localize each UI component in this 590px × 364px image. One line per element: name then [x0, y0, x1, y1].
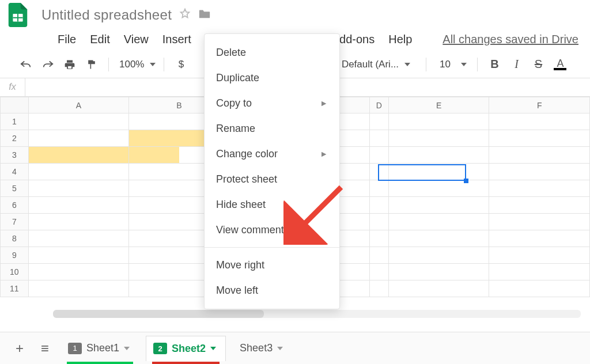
cell-e4[interactable]	[388, 164, 489, 180]
tab-color-bar	[67, 362, 133, 365]
ctx-rename[interactable]: Rename	[205, 116, 339, 141]
sheet-tab-bar: + ≡ 1 Sheet1 2 Sheet2 Sheet3	[0, 332, 590, 364]
undo-button[interactable]	[17, 55, 35, 74]
ctx-move-left[interactable]: Move left	[205, 278, 339, 303]
folder-icon[interactable]	[198, 8, 211, 22]
row-header[interactable]: 10	[1, 264, 29, 280]
ctx-copy-to[interactable]: Copy to►	[205, 90, 339, 116]
separator	[426, 58, 426, 71]
chevron-down-icon[interactable]	[210, 347, 216, 350]
sheet-tab-label: Sheet1	[86, 342, 119, 354]
row-header[interactable]: 11	[1, 280, 29, 297]
zoom-value: 100%	[117, 59, 146, 70]
text-color-button[interactable]: A	[551, 55, 569, 74]
row-header[interactable]: 6	[1, 197, 29, 214]
ctx-duplicate[interactable]: Duplicate	[205, 65, 339, 90]
menu-view[interactable]: View	[124, 33, 149, 46]
menu-separator	[205, 247, 339, 248]
font-name: Default (Ari...	[339, 59, 401, 70]
zoom-select[interactable]: 100%	[117, 55, 156, 74]
row-header[interactable]: 3	[1, 147, 29, 164]
add-sheet-button[interactable]: +	[7, 336, 32, 361]
ctx-hide[interactable]: Hide sheet	[205, 192, 339, 217]
menu-edit[interactable]: Edit	[90, 33, 109, 46]
comment-badge-icon: 1	[68, 343, 82, 354]
chevron-right-icon: ►	[320, 149, 328, 158]
tab-color-bar	[152, 362, 220, 365]
col-header[interactable]: E	[388, 97, 489, 113]
bold-button[interactable]: B	[486, 55, 503, 74]
sheets-logo-icon	[5, 2, 31, 28]
chevron-down-icon[interactable]	[277, 347, 283, 350]
sheet-tab-sheet3[interactable]: Sheet3	[233, 336, 292, 361]
chevron-down-icon[interactable]	[124, 347, 130, 350]
all-sheets-button[interactable]: ≡	[32, 336, 58, 361]
row-header[interactable]: 1	[1, 113, 29, 130]
separator	[477, 58, 478, 71]
menu-help[interactable]: Help	[388, 33, 412, 46]
row-header[interactable]: 4	[1, 164, 29, 180]
save-status[interactable]: All changes saved in Drive	[442, 33, 578, 46]
separator	[164, 58, 164, 71]
cell-a3[interactable]	[28, 147, 129, 164]
sheet-tab-sheet1[interactable]: 1 Sheet1	[61, 336, 139, 361]
horizontal-scrollbar[interactable]	[53, 310, 581, 318]
comment-badge-icon: 2	[153, 343, 167, 354]
select-all-corner[interactable]	[1, 97, 29, 113]
ctx-move-right[interactable]: Move right	[205, 252, 339, 278]
col-header[interactable]: D	[369, 97, 388, 113]
row-header[interactable]: 2	[1, 130, 29, 147]
font-size-select[interactable]: 10	[434, 55, 469, 74]
chevron-right-icon: ►	[320, 98, 328, 108]
menu-insert[interactable]: Insert	[162, 33, 191, 46]
font-select[interactable]: Default (Ari...	[331, 55, 418, 74]
separator	[108, 58, 109, 71]
row-header[interactable]: 5	[1, 180, 29, 197]
ctx-delete[interactable]: Delete	[205, 40, 339, 65]
col-header[interactable]: A	[28, 97, 129, 113]
row-header[interactable]: 9	[1, 247, 29, 264]
scrollbar-thumb[interactable]	[53, 310, 264, 318]
star-icon[interactable]	[179, 7, 191, 22]
ctx-change-color[interactable]: Change color►	[205, 141, 339, 166]
sheet-context-menu: Delete Duplicate Copy to► Rename Change …	[204, 33, 340, 309]
currency-button[interactable]: $	[172, 55, 190, 74]
print-button[interactable]	[61, 55, 78, 74]
ctx-protect[interactable]: Protect sheet	[205, 166, 339, 192]
document-title[interactable]: Untitled spreadsheet	[41, 7, 172, 23]
sheet-tab-label: Sheet2	[172, 343, 206, 355]
sheet-tab-sheet2[interactable]: 2 Sheet2	[146, 336, 226, 361]
row-header[interactable]: 8	[1, 230, 29, 247]
fill-handle[interactable]	[464, 179, 468, 183]
fx-label: fx	[0, 78, 25, 96]
redo-button[interactable]	[39, 55, 56, 74]
svg-rect-1	[68, 66, 72, 69]
sheet-tab-label: Sheet3	[240, 342, 273, 354]
col-header[interactable]: F	[489, 97, 590, 113]
font-size: 10	[437, 59, 453, 70]
ctx-view-comments[interactable]: View comments	[205, 217, 339, 242]
italic-button[interactable]: I	[508, 55, 525, 74]
strikethrough-button[interactable]: S	[530, 55, 547, 74]
menu-file[interactable]: File	[58, 33, 76, 46]
paint-format-button[interactable]	[83, 55, 100, 74]
title-bar: Untitled spreadsheet	[0, 0, 590, 28]
row-header[interactable]: 7	[1, 214, 29, 230]
